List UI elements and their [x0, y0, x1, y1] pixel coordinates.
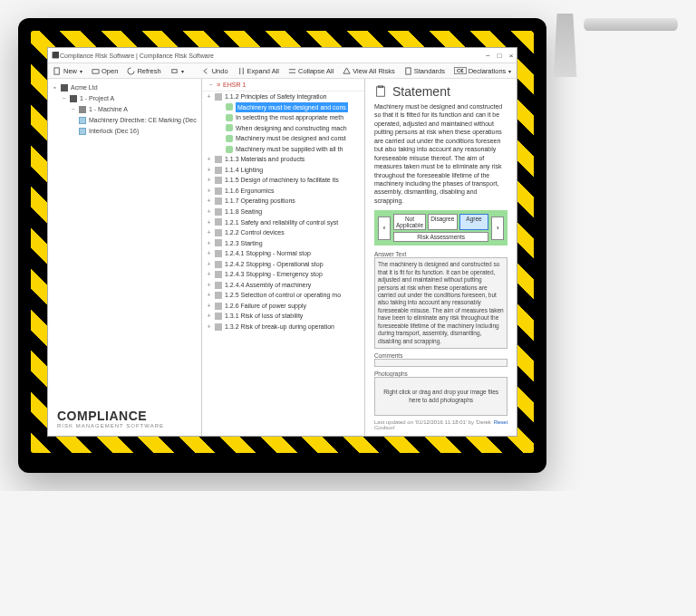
answer-label: Answer Text	[374, 251, 508, 257]
ehsr-item[interactable]: +1.1.7 Operating positions	[202, 196, 364, 207]
ehsr-item[interactable]: +1.1.8 Seating	[202, 207, 364, 217]
maximize-button[interactable]: □	[498, 52, 502, 60]
brand-logo: COMPLIANCE RISK MANAGEMENT SOFTWARE	[57, 409, 164, 428]
monitor-base	[584, 18, 678, 31]
close-button[interactable]: ×	[509, 52, 514, 60]
ehsr-tree-panel: −≡EHSR 1 +1.1.2 Principles of Safety Int…	[202, 79, 365, 436]
ehsr-header[interactable]: EHSR 1	[223, 82, 246, 88]
refresh-button[interactable]: Refresh	[127, 67, 160, 75]
item-icon	[215, 303, 222, 310]
open-button[interactable]: Open	[92, 67, 118, 75]
tree-interlock[interactable]: Interlock (Dec 16)	[52, 126, 198, 137]
document-icon	[79, 117, 86, 124]
ehsr-item[interactable]: +1.2.6 Failure of power supply	[202, 301, 364, 312]
declarations-button[interactable]: C€Declarations▾	[454, 67, 511, 75]
ehsr-item[interactable]: +1.1.4 Lighting	[202, 165, 364, 176]
item-icon	[215, 229, 222, 236]
item-icon	[215, 323, 222, 331]
ehsr-item[interactable]: Machinery must be designed and cons	[202, 102, 364, 113]
ehsr-item[interactable]: +1.1.3 Materials and products	[202, 154, 364, 165]
svg-rect-0	[54, 67, 59, 73]
ehsr-item[interactable]: +1.2.2 Control devices	[202, 227, 364, 238]
ehsr-item[interactable]: +1.1.2 Principles of Safety Integration	[202, 91, 364, 102]
not-applicable-button[interactable]: Not Applicable	[393, 214, 426, 230]
ehsr-item[interactable]: +1.2.4.3 Stopping - Emergency stop	[202, 269, 364, 280]
item-icon	[215, 313, 222, 320]
ehsr-item[interactable]: +1.2.4.1 Stopping - Normal stop	[202, 248, 364, 259]
agree-button[interactable]: Agree	[459, 214, 489, 230]
comments-box[interactable]	[374, 359, 508, 367]
minimize-button[interactable]: −	[486, 52, 490, 60]
ehsr-item[interactable]: Machinery must be supplied with all th	[202, 144, 364, 155]
item-icon	[226, 114, 233, 121]
item-icon	[215, 239, 222, 246]
statement-text: Machinery must be designed and construct…	[374, 102, 508, 205]
toolbar: New▾ Open Refresh ▾ Undo Expand All Coll…	[48, 63, 517, 79]
svg-rect-1	[171, 69, 176, 72]
undo-button[interactable]: Undo	[202, 67, 228, 75]
wrench-icon	[79, 106, 86, 113]
reset-link[interactable]: Reset	[494, 419, 508, 430]
item-icon	[215, 292, 222, 299]
next-statement-button[interactable]: ›	[491, 217, 504, 240]
risk-assessments-button[interactable]: Risk Assessments	[393, 232, 488, 242]
title-bar: ⬛ Compliance Risk Software | Compliance …	[48, 48, 517, 63]
disagree-button[interactable]: Disagree	[428, 214, 458, 230]
ehsr-item[interactable]: +1.2.3 Starting	[202, 238, 364, 249]
ehsr-item[interactable]: +1.2.5 Selection of control or operating…	[202, 290, 364, 301]
item-icon	[215, 197, 222, 205]
app-icon: ⬛	[52, 52, 60, 59]
print-button[interactable]: ▾	[170, 67, 184, 75]
panel-title: Statement	[392, 84, 450, 99]
list-icon: ≡	[217, 82, 220, 88]
view-all-risks-button[interactable]: View All Risks	[343, 67, 395, 75]
item-icon	[215, 156, 222, 163]
last-updated: Last updated on '01/12/2016 11:18:01' by…	[374, 419, 494, 430]
ehsr-item[interactable]: +1.1.6 Ergonomics	[202, 186, 364, 197]
ehsr-item[interactable]: +1.1.5 Design of machinery to facilitate…	[202, 175, 364, 186]
item-icon	[226, 146, 233, 153]
ehsr-item[interactable]: In selecting the most appropriate meth	[202, 112, 364, 123]
item-icon	[215, 218, 222, 226]
tree-directive[interactable]: Machinery Directive: CE Marking (Dec 16)	[52, 115, 198, 126]
folder-icon	[70, 95, 77, 102]
statement-panel: Statement Machinery must be designed and…	[365, 79, 517, 436]
item-icon	[226, 124, 233, 131]
new-button[interactable]: New▾	[53, 67, 82, 75]
item-icon	[215, 188, 222, 195]
app-window: ⬛ Compliance Risk Software | Compliance …	[47, 47, 517, 437]
ehsr-item[interactable]: +1.2.1 Safety and reliability of control…	[202, 217, 364, 228]
standards-button[interactable]: Standards	[404, 67, 445, 75]
prev-statement-button[interactable]: ‹	[378, 217, 391, 240]
item-icon	[215, 282, 222, 289]
ehsr-item[interactable]: +1.2.4.4 Assembly of machinery	[202, 280, 364, 291]
tree-project[interactable]: −1 - Project A	[52, 93, 198, 104]
window-title: Compliance Risk Software | Compliance Ri…	[60, 53, 486, 59]
answer-text-box[interactable]: The machinery is designed and constructe…	[374, 257, 508, 349]
project-tree-panel: ▪Acme Ltd −1 - Project A −1 - Machine A …	[48, 79, 202, 436]
monitor-stand	[546, 14, 583, 77]
item-icon	[215, 177, 222, 184]
document-icon	[79, 128, 86, 135]
ehsr-item[interactable]: +1.2.4.2 Stopping - Operational stop	[202, 259, 364, 270]
collapse-all-button[interactable]: Collapse All	[288, 67, 334, 75]
expand-all-button[interactable]: Expand All	[237, 67, 279, 75]
ehsr-item[interactable]: When designing and constructing mach	[202, 123, 364, 134]
item-icon	[215, 167, 222, 174]
item-icon	[215, 93, 222, 101]
agreement-bar: ‹ Not Applicable Disagree Agree Risk Ass…	[374, 210, 508, 245]
building-icon	[61, 84, 68, 91]
ehsr-item[interactable]: Machinery must be designed and const	[202, 133, 364, 144]
clipboard-icon	[374, 85, 387, 98]
ehsr-item[interactable]: +1.3.2 Risk of break-up during operation	[202, 322, 364, 332]
svg-rect-3	[377, 87, 385, 97]
tree-company[interactable]: ▪Acme Ltd	[52, 82, 198, 93]
item-icon	[215, 250, 222, 257]
monitor-frame: ⬛ Compliance Risk Software | Compliance …	[18, 18, 546, 473]
photos-label: Photographs	[374, 371, 508, 377]
comments-label: Comments	[374, 352, 508, 359]
photos-dropzone[interactable]: Right click or drag and drop your image …	[374, 377, 508, 416]
ehsr-item[interactable]: +1.3.1 Risk of loss of stability	[202, 311, 364, 322]
tree-machine[interactable]: −1 - Machine A	[52, 104, 198, 115]
item-icon	[215, 261, 222, 268]
